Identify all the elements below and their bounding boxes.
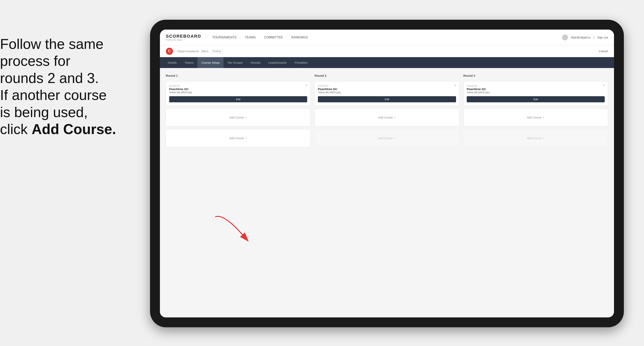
round-1-add-course-text-1: Add Course + <box>230 116 247 119</box>
round-1-column: Round 1 ✕ (Course A) Peachtree GC Yellow… <box>166 74 310 147</box>
cancel-button[interactable]: Cancel <box>599 49 608 53</box>
round-1-label: Round 1 <box>166 74 310 77</box>
round-2-edit-button[interactable]: Edit <box>318 96 456 102</box>
round-3-add-course-text-2: Add Course + <box>527 137 544 140</box>
round-3-course-name: Peachtree GC <box>467 87 605 91</box>
tablet-screen: SCOREBOARD Powered by clippd TOURNAMENTS… <box>160 29 614 317</box>
scoreboard-logo: SCOREBOARD Powered by clippd <box>166 34 201 41</box>
nav-committee[interactable]: COMMITTEE <box>261 34 286 41</box>
hosting-badge: Hosting <box>211 49 222 53</box>
round-3-delete-icon[interactable]: ✕ <box>602 83 606 87</box>
user-area: blair@clippd.io | Sign out <box>562 34 608 40</box>
round-1-add-course-2[interactable]: Add Course + <box>166 129 310 147</box>
round-2-label: Round 2 <box>314 74 459 77</box>
sub-header: C Clippd Invitational (Men) Hosting Canc… <box>160 45 614 57</box>
round-2-delete-icon[interactable]: ✕ <box>453 83 457 87</box>
round-3-add-course-1[interactable]: Add Course + <box>463 109 608 126</box>
round-2-add-course-1[interactable]: Add Course + <box>314 109 459 126</box>
round-1-course-label: (Course A) <box>169 85 307 87</box>
round-2-course-card: ✕ (Course A) Peachtree GC Yellow (M) (66… <box>314 81 459 106</box>
logo-area: SCOREBOARD Powered by clippd <box>166 34 201 41</box>
event-name: Clippd Invitational (Men) <box>175 49 208 53</box>
round-1-delete-icon[interactable]: ✕ <box>304 83 308 87</box>
round-2-add-course-text-1: Add Course + <box>378 116 396 119</box>
round-1-add-course-1[interactable]: Add Course + <box>166 109 310 126</box>
round-3-column: Round 3 ✕ (Course A) Peachtree GC Yellow… <box>463 74 608 147</box>
round-3-label: Round 3 <box>463 74 608 77</box>
nav-tournaments[interactable]: TOURNAMENTS <box>209 34 240 41</box>
round-2-course-detail: Yellow (M) (6629 yds) <box>318 91 456 94</box>
main-content: Round 1 ✕ (Course A) Peachtree GC Yellow… <box>160 68 614 317</box>
nav-rankings[interactable]: RANKINGS <box>288 34 311 41</box>
sign-out-link[interactable]: Sign out <box>597 36 608 39</box>
round-3-course-label: (Course A) <box>467 85 605 87</box>
rounds-grid: Round 1 ✕ (Course A) Peachtree GC Yellow… <box>166 74 608 147</box>
tab-tee-groups[interactable]: Tee Groups <box>224 57 247 68</box>
round-3-add-course-2: Add Course + <box>463 129 608 147</box>
tab-printables[interactable]: Printables <box>290 57 312 68</box>
round-1-course-name: Peachtree GC <box>169 87 307 91</box>
tab-teams[interactable]: Teams <box>181 57 198 68</box>
round-3-edit-button[interactable]: Edit <box>467 96 605 102</box>
round-2-course-label: (Course A) <box>318 85 456 87</box>
round-2-column: Round 2 ✕ (Course A) Peachtree GC Yellow… <box>314 74 459 147</box>
user-avatar <box>562 34 568 40</box>
round-1-course-card: ✕ (Course A) Peachtree GC Yellow (M) (66… <box>166 81 310 106</box>
tab-course-setup[interactable]: Course Setup <box>198 57 224 68</box>
round-3-course-detail: Yellow (M) (6629 yds) <box>467 91 605 94</box>
round-2-add-course-text-2: Add Course + <box>378 137 396 140</box>
round-2-course-name: Peachtree GC <box>318 87 456 91</box>
round-3-course-card: ✕ (Course A) Peachtree GC Yellow (M) (66… <box>463 81 608 106</box>
tab-results[interactable]: Results <box>246 57 264 68</box>
round-1-edit-button[interactable]: Edit <box>169 96 307 102</box>
tab-leaderboards[interactable]: Leaderboards <box>264 57 290 68</box>
round-2-add-course-2: Add Course + <box>314 129 459 147</box>
tab-bar: Details Teams Course Setup Tee Groups Re… <box>160 57 614 68</box>
nav-separator: | <box>594 36 594 39</box>
logo-subtitle: Powered by clippd <box>166 39 201 41</box>
event-logo-icon: C <box>166 48 173 55</box>
instruction-text: Follow the same process for rounds 2 and… <box>0 35 150 138</box>
round-1-add-course-text-2: Add Course + <box>230 137 247 140</box>
tab-details[interactable]: Details <box>164 57 181 68</box>
user-email: blair@clippd.io <box>571 36 590 39</box>
nav-links: TOURNAMENTS TEAMS COMMITTEE RANKINGS <box>209 34 562 41</box>
round-3-add-course-text-1: Add Course + <box>527 116 544 119</box>
round-1-course-detail: Yellow (M) (6629 yds) <box>169 91 307 94</box>
top-nav: SCOREBOARD Powered by clippd TOURNAMENTS… <box>160 29 614 45</box>
tablet-frame: SCOREBOARD Powered by clippd TOURNAMENTS… <box>150 20 624 327</box>
nav-teams[interactable]: TEAMS <box>242 34 259 41</box>
logo-title: SCOREBOARD <box>166 34 201 39</box>
